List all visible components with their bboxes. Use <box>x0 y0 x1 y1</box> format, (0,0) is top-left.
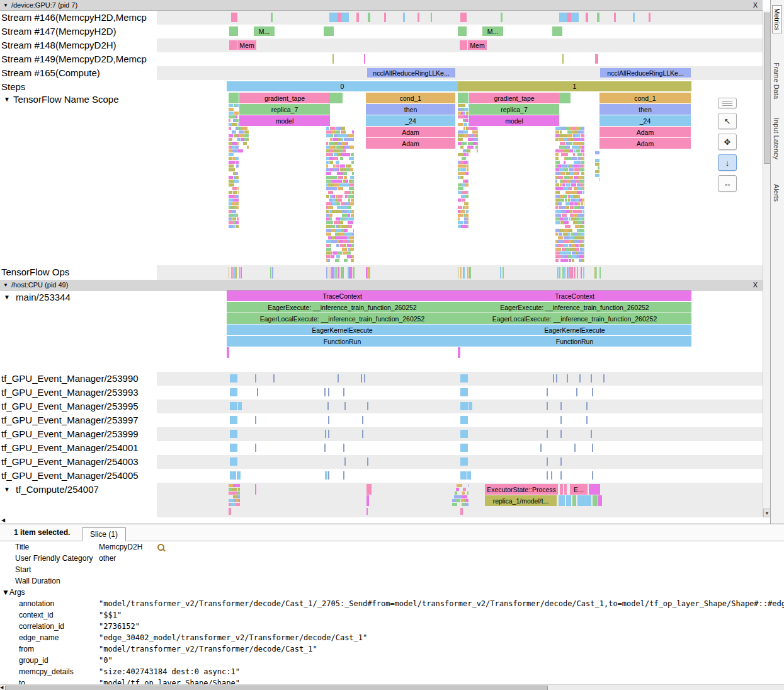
trace-slice-fragment[interactable] <box>244 130 249 134</box>
trace-slice-fragment[interactable] <box>236 225 239 228</box>
trace-slice-fragment[interactable] <box>566 259 568 262</box>
trace-slice-fragment[interactable] <box>237 187 239 190</box>
trace-slice[interactable] <box>460 416 468 424</box>
trace-slice-fragment[interactable] <box>584 251 584 255</box>
trace-slice-fragment[interactable] <box>577 153 582 156</box>
trace-slice-fragment[interactable] <box>328 191 333 194</box>
trace-slice-fragment[interactable] <box>231 267 232 279</box>
trace-slice-fragment[interactable] <box>468 104 469 107</box>
trace-slice-fragment[interactable] <box>331 153 333 156</box>
trace-slice-fragment[interactable] <box>351 214 354 217</box>
trace-slice[interactable] <box>403 13 405 22</box>
trace-slice-fragment[interactable] <box>570 149 573 152</box>
trace-slice-fragment[interactable] <box>326 251 332 255</box>
trace-slice-fragment[interactable] <box>468 149 470 152</box>
trace-slice-fragment[interactable] <box>353 267 355 279</box>
trace-slice-fragment[interactable] <box>236 172 238 175</box>
trace-slice-fragment[interactable] <box>581 202 583 205</box>
trace-slice-fragment[interactable] <box>564 221 569 224</box>
trace-slice-fragment[interactable] <box>559 233 562 236</box>
trace-slice-fragment[interactable] <box>599 267 601 279</box>
trace-slice-fragment[interactable] <box>582 221 584 224</box>
trace-slice-fragment[interactable] <box>340 157 343 160</box>
trace-slice-fragment[interactable] <box>464 108 469 111</box>
trace-slice-fragment[interactable] <box>338 267 339 279</box>
trace-slice-fragment[interactable] <box>239 138 241 141</box>
trace-slice[interactable] <box>566 495 571 506</box>
trace-slice-fragment[interactable] <box>338 176 343 179</box>
trace-slice[interactable] <box>576 388 577 396</box>
trace-slice-fragment[interactable] <box>352 255 354 258</box>
trace-slice-fragment[interactable] <box>229 267 229 279</box>
trace-slice-fragment[interactable] <box>458 214 463 217</box>
trace-slice-fragment[interactable] <box>344 229 348 232</box>
slice-tracecontext[interactable]: TraceContext <box>458 290 691 301</box>
trace-slice-fragment[interactable] <box>239 267 240 279</box>
trace-slice-fragment[interactable] <box>562 183 565 187</box>
trace-slice-fragment[interactable] <box>465 195 469 198</box>
trace-slice-fragment[interactable] <box>582 191 584 194</box>
trace-slice-fragment[interactable] <box>573 153 575 156</box>
trace-slice-fragment[interactable] <box>567 206 569 209</box>
trace-slice-fragment[interactable] <box>477 149 478 152</box>
trace-slice-fragment[interactable] <box>338 210 342 213</box>
trace-slice-fragment[interactable] <box>573 214 578 217</box>
trace-slice-fragment[interactable] <box>348 198 350 202</box>
trace-slice-fragment[interactable] <box>565 183 571 187</box>
trace-slice-fragment[interactable] <box>465 183 469 187</box>
trace-slice[interactable] <box>366 508 368 515</box>
trace-slice-fragment[interactable] <box>345 195 348 198</box>
trace-slice-fragment[interactable] <box>353 259 354 262</box>
trace-slice-fragment[interactable] <box>348 251 351 255</box>
slice-24[interactable]: _24 <box>599 115 691 126</box>
trace-slice-fragment[interactable] <box>330 127 336 130</box>
trace-slice-fragment[interactable] <box>595 267 596 279</box>
trace-slice-fragment[interactable] <box>229 180 234 183</box>
trace-slice-fragment[interactable] <box>565 146 570 149</box>
trace-slice[interactable] <box>328 416 329 424</box>
trace-slice-fragment[interactable] <box>570 206 574 209</box>
slice-model[interactable]: model <box>239 115 330 126</box>
trace-slice-fragment[interactable] <box>555 229 560 232</box>
trace-slice-fragment[interactable] <box>463 130 468 134</box>
trace-slice-fragment[interactable] <box>343 206 348 209</box>
trace-slice-fragment[interactable] <box>467 492 469 495</box>
slice-ncclallreduceringllke[interactable]: ncclAllReduceRingLLKe... <box>367 68 455 78</box>
trace-slice-fragment[interactable] <box>349 248 354 251</box>
trace-slice-fragment[interactable] <box>340 164 345 168</box>
trace-slice[interactable] <box>564 484 567 495</box>
trace-slice-fragment[interactable] <box>575 236 580 239</box>
trace-slice-fragment[interactable] <box>237 142 239 145</box>
trace-slice-fragment[interactable] <box>599 178 599 181</box>
trace-slice-fragment[interactable] <box>458 108 462 111</box>
trace-slice-fragment[interactable] <box>458 191 462 194</box>
trace-slice-fragment[interactable] <box>232 146 236 149</box>
trace-slice-fragment[interactable] <box>573 195 577 198</box>
trace-slice-fragment[interactable] <box>555 217 560 221</box>
trace-slice[interactable] <box>229 40 237 50</box>
trace-slice[interactable] <box>255 416 256 424</box>
trace-slice-fragment[interactable] <box>458 183 462 187</box>
trace-slice-fragment[interactable] <box>468 484 469 487</box>
trace-slice-fragment[interactable] <box>463 127 465 130</box>
trace-slice-fragment[interactable] <box>462 157 466 160</box>
slice-eagerkernelexecute[interactable]: EagerKernelExecute <box>458 325 691 335</box>
trace-slice-fragment[interactable] <box>326 202 332 205</box>
trace-slice-fragment[interactable] <box>566 153 568 156</box>
trace-slice-fragment[interactable] <box>458 267 458 279</box>
trace-slice-fragment[interactable] <box>329 267 329 279</box>
trace-slice-fragment[interactable] <box>584 244 584 247</box>
trace-slice-fragment[interactable] <box>563 233 568 236</box>
trace-slice-fragment[interactable] <box>337 172 343 175</box>
trace-slice-fragment[interactable] <box>352 180 354 183</box>
trace-slice[interactable] <box>328 471 329 480</box>
trace-slice-fragment[interactable] <box>572 267 573 279</box>
trace-slice-fragment[interactable] <box>575 134 580 137</box>
trace-slice-fragment[interactable] <box>461 142 467 145</box>
trace-slice-fragment[interactable] <box>234 130 236 134</box>
trace-slice-fragment[interactable] <box>577 267 578 279</box>
trace-slice-fragment[interactable] <box>331 130 336 134</box>
trace-slice-fragment[interactable] <box>336 202 340 205</box>
trace-slice-fragment[interactable] <box>351 198 354 202</box>
trace-slice-fragment[interactable] <box>569 142 572 145</box>
